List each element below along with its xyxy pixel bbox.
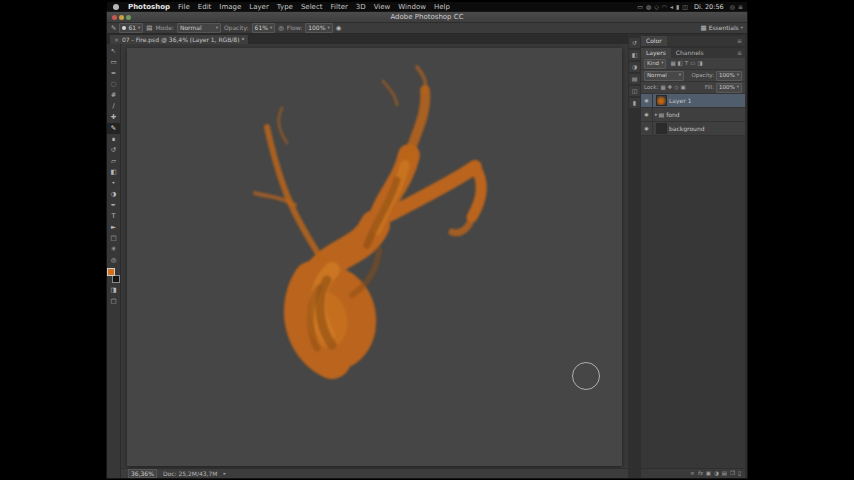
styles-panel-icon[interactable]: ▤ <box>629 74 640 84</box>
info-panel-icon[interactable]: ◫ <box>629 86 640 96</box>
menu-select[interactable]: Select <box>297 4 327 11</box>
opacity-dropdown[interactable]: 61% ▾ <box>252 23 276 33</box>
blend-mode-dropdown[interactable]: Normal ▾ <box>177 23 221 33</box>
tab-layers[interactable]: Layers <box>641 48 671 58</box>
menu-image[interactable]: Image <box>215 4 245 11</box>
rectangle-tool[interactable]: □ <box>107 233 120 244</box>
menu-type[interactable]: Type <box>273 4 297 11</box>
tab-channels[interactable]: Channels <box>671 48 709 58</box>
layer-visibility-icon[interactable]: ◉ <box>641 94 653 107</box>
display-menu-icon[interactable]: ▭ <box>637 4 643 10</box>
menu-layer[interactable]: Layer <box>245 4 273 11</box>
layer-opacity-dropdown[interactable]: 100% ▾ <box>716 71 742 81</box>
layer-thumbnail[interactable] <box>656 123 667 134</box>
eyedropper-tool[interactable]: ∕ <box>107 101 120 112</box>
fill-dropdown[interactable]: 100% ▾ <box>716 83 742 93</box>
filter-type-layers-icon[interactable]: T <box>685 61 688 67</box>
delete-layer-icon[interactable]: ▯ <box>738 471 741 477</box>
zoom-level-input[interactable]: 36,36% <box>128 469 157 478</box>
rectangular-marquee-tool[interactable]: ▭ <box>107 57 120 68</box>
quick-selection-tool[interactable]: ◌ <box>107 79 120 90</box>
type-tool[interactable]: T <box>107 211 120 222</box>
lasso-tool[interactable]: ≈ <box>107 68 120 79</box>
menu-3d[interactable]: 3D <box>352 4 370 11</box>
layer-style-icon[interactable]: fx <box>698 471 703 477</box>
filter-adjustment-layers-icon[interactable]: ◧ <box>678 61 683 67</box>
layer-row-layer-1[interactable]: ◉Layer 1 <box>641 94 745 108</box>
add-layer-mask-icon[interactable]: ▣ <box>706 471 711 477</box>
layer-visibility-icon[interactable]: ◉ <box>641 108 653 121</box>
pen-pressure-opacity-icon[interactable]: ◎ <box>278 25 284 32</box>
adjustments-panel-icon[interactable]: ◑ <box>629 62 640 72</box>
link-layers-icon[interactable]: ∞ <box>690 471 695 477</box>
document-tab[interactable]: × 07 - Fire.psd @ 36,4% (Layer 1, RGB/8)… <box>109 34 249 44</box>
gradient-tool[interactable]: ◧ <box>107 167 120 178</box>
new-layer-icon[interactable]: ❐ <box>730 471 735 477</box>
filter-kind-dropdown[interactable]: Kind ▾ <box>644 59 666 69</box>
new-group-icon[interactable]: ▤ <box>722 471 727 477</box>
bluetooth-menu-icon[interactable]: ◇ <box>654 4 659 10</box>
battery-menu-icon[interactable]: ▮ <box>676 4 679 10</box>
lock-pixels-icon[interactable]: ✚ <box>668 85 673 91</box>
notification-center-icon[interactable]: ≡ <box>738 4 743 10</box>
close-tab-icon[interactable]: × <box>114 37 119 43</box>
new-adjustment-layer-icon[interactable]: ◑ <box>714 471 719 477</box>
filter-shape-layers-icon[interactable]: ▭ <box>690 61 695 67</box>
layer-row-background[interactable]: ◉background <box>641 122 745 136</box>
apple-menu-icon[interactable] <box>113 4 119 10</box>
blur-tool[interactable]: • <box>107 178 120 189</box>
move-tool[interactable]: ↖ <box>107 46 120 57</box>
menu-filter[interactable]: Filter <box>327 4 352 11</box>
panel-menu-icon[interactable]: ≡ <box>737 38 745 44</box>
layer-blend-mode-dropdown[interactable]: Normal ▾ <box>644 71 684 81</box>
hand-tool[interactable]: ✳ <box>107 244 120 255</box>
layer-row-fond[interactable]: ◉▸▤fond <box>641 108 745 122</box>
history-panel-icon[interactable]: ↺ <box>629 38 640 48</box>
flow-dropdown[interactable]: 100% ▾ <box>305 23 332 33</box>
quick-mask-button[interactable]: ◨ <box>107 285 120 296</box>
brush-preset-picker[interactable]: 61 ▾ <box>119 23 143 33</box>
history-brush-tool[interactable]: ↺ <box>107 145 120 156</box>
lock-all-icon[interactable]: ▣ <box>680 85 685 91</box>
menu-file[interactable]: File <box>174 4 194 11</box>
layer-visibility-icon[interactable]: ◉ <box>641 122 653 135</box>
panel-menu-icon[interactable]: ≡ <box>737 50 745 56</box>
background-color-swatch[interactable] <box>112 275 120 283</box>
actions-panel-icon[interactable]: ▮ <box>629 98 640 108</box>
brush-tool[interactable]: ✎ <box>107 123 120 134</box>
path-selection-tool[interactable]: ► <box>107 222 120 233</box>
menu-window[interactable]: Window <box>394 4 430 11</box>
filter-pixel-layers-icon[interactable]: ▦ <box>670 61 675 67</box>
spotlight-icon[interactable]: ◎ <box>730 4 735 10</box>
lock-transparency-icon[interactable]: ▦ <box>660 85 665 91</box>
input-menu-icon[interactable]: ◫ <box>682 4 688 10</box>
properties-panel-icon[interactable]: ◧ <box>629 50 640 60</box>
menu-help[interactable]: Help <box>430 4 454 11</box>
document-canvas[interactable] <box>127 48 622 466</box>
menu-view[interactable]: View <box>370 4 395 11</box>
lock-position-icon[interactable]: ◇ <box>674 85 678 91</box>
brush-panel-toggle-icon[interactable]: ▤ <box>146 25 152 32</box>
volume-menu-icon[interactable]: ◂ <box>670 4 673 10</box>
wifi-menu-icon[interactable]: ◠ <box>662 4 667 10</box>
dodge-tool[interactable]: ◑ <box>107 189 120 200</box>
menu-clock[interactable]: Di. 20:56 <box>694 4 724 11</box>
menu-photoshop[interactable]: Photoshop <box>124 4 174 11</box>
clone-stamp-tool[interactable]: ∎ <box>107 134 120 145</box>
canvas-area[interactable] <box>121 44 628 468</box>
eraser-tool[interactable]: ▱ <box>107 156 120 167</box>
menu-edit[interactable]: Edit <box>194 4 216 11</box>
pen-tool[interactable]: ✒ <box>107 200 120 211</box>
sync-menu-icon[interactable]: ◍ <box>646 4 651 10</box>
airbrush-icon[interactable]: ◉ <box>336 25 342 32</box>
disclosure-icon[interactable]: ▸ <box>655 112 658 117</box>
screen-mode-button[interactable]: ▢ <box>107 296 120 307</box>
filter-smart-objects-icon[interactable]: ◨ <box>697 61 702 67</box>
spot-healing-brush-tool[interactable]: ✚ <box>107 112 120 123</box>
status-flyout-arrow-icon[interactable]: ▸ <box>224 471 227 476</box>
workspace-switcher[interactable]: ▦ Essentials ▾ <box>701 25 743 32</box>
foreground-color-swatch[interactable] <box>107 268 115 276</box>
crop-tool[interactable]: # <box>107 90 120 101</box>
zoom-tool[interactable]: ◎ <box>107 255 120 266</box>
layer-thumbnail[interactable] <box>656 95 667 106</box>
